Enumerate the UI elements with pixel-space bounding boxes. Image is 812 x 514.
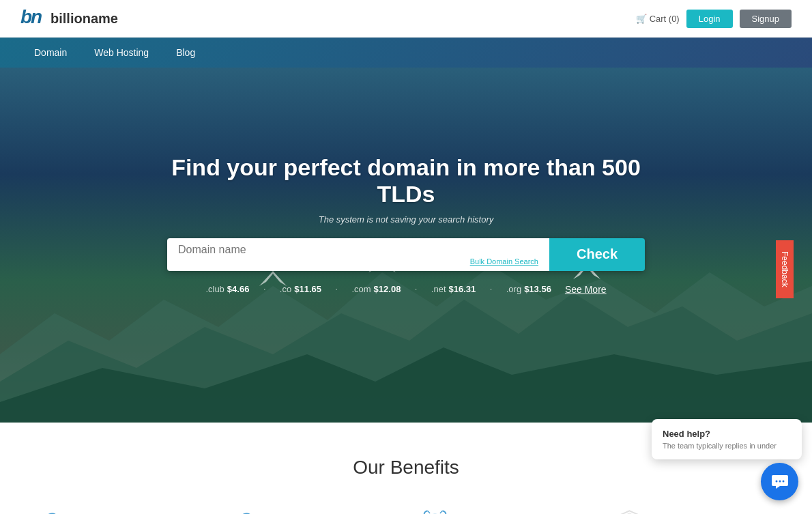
bulk-domain-search-link[interactable]: Bulk Domain Search <box>178 257 538 266</box>
check-button[interactable]: Check <box>549 238 645 271</box>
header-right: 🛒 Cart (0) Login Signup <box>636 10 792 28</box>
benefit-item-2: Instant Registration Immediate submissio… <box>416 506 590 514</box>
shield-icon: 01 <box>611 506 652 514</box>
svg-point-17 <box>779 480 781 482</box>
svg-text:bn: bn <box>20 7 42 26</box>
domain-search-box: Bulk Domain Search Check <box>167 238 645 271</box>
svg-point-16 <box>775 480 777 482</box>
svg-point-18 <box>782 480 784 482</box>
benefit-item-3: 01 Security an extra layer of security <box>611 506 785 514</box>
tld-net: .net $16.31 <box>431 284 476 294</box>
feedback-button[interactable]: Feedback <box>776 240 794 298</box>
chat-popup: Need help? The team typically replies in… <box>652 419 802 459</box>
benefit-item-1: $ Free hosting package We provide free h… <box>222 506 396 514</box>
login-button[interactable]: Login <box>686 10 733 28</box>
cart-label: Cart (0) <box>650 14 680 24</box>
benefits-grid: $ Best Price for .AM ccTLD We offer the … <box>27 506 785 514</box>
nav-item-domain[interactable]: Domain <box>20 38 81 68</box>
logo-text: billioname <box>50 11 118 27</box>
chat-popup-text: The team typically replies in under <box>663 442 791 450</box>
header: bn billioname 🛒 Cart (0) Login Signup <box>0 0 812 38</box>
logo-icon: bn <box>20 7 45 31</box>
hero-content: Find your perfect domain in more than 50… <box>150 154 662 296</box>
nav-item-blog[interactable]: Blog <box>162 38 209 68</box>
chat-bubble-button[interactable] <box>761 463 798 500</box>
cart-icon: 🛒 <box>636 14 647 24</box>
search-input-wrap: Bulk Domain Search <box>167 238 549 271</box>
tld-sep-4: · <box>489 283 492 296</box>
chat-popup-title: Need help? <box>663 429 791 439</box>
piggy-bank-2-icon: $ <box>222 506 263 514</box>
benefit-item-0: $ Best Price for .AM ccTLD We offer the … <box>27 506 201 514</box>
tld-com: .com $12.08 <box>351 284 401 294</box>
tld-sep-1: · <box>263 283 265 296</box>
see-more-link[interactable]: See More <box>565 284 607 295</box>
signup-button[interactable]: Signup <box>740 10 792 28</box>
hero-subtitle: The system is not saving your search his… <box>164 214 648 225</box>
nav-item-web-hosting[interactable]: Web Hosting <box>81 38 162 68</box>
benefits-title: Our Benefits <box>27 457 785 479</box>
piggy-bank-icon: $ <box>27 506 68 514</box>
tld-co: .co $11.65 <box>280 284 321 294</box>
hero-section: Find your perfect domain in more than 50… <box>0 68 812 423</box>
cart-link[interactable]: 🛒 Cart (0) <box>636 14 680 24</box>
chat-icon <box>770 472 789 491</box>
tld-sep-2: · <box>335 283 338 296</box>
tld-org: .org $13.56 <box>506 284 551 294</box>
main-nav: Domain Web Hosting Blog <box>0 38 812 68</box>
search-input[interactable] <box>178 244 538 256</box>
tld-club: .club $4.66 <box>205 284 249 294</box>
clock-icon <box>416 506 457 514</box>
logo[interactable]: bn billioname <box>20 7 118 31</box>
hero-title: Find your perfect domain in more than 50… <box>164 154 648 208</box>
tld-sep-3: · <box>414 283 417 296</box>
tld-prices-bar: .club $4.66 · .co $11.65 · .com $12.08 ·… <box>164 283 648 296</box>
